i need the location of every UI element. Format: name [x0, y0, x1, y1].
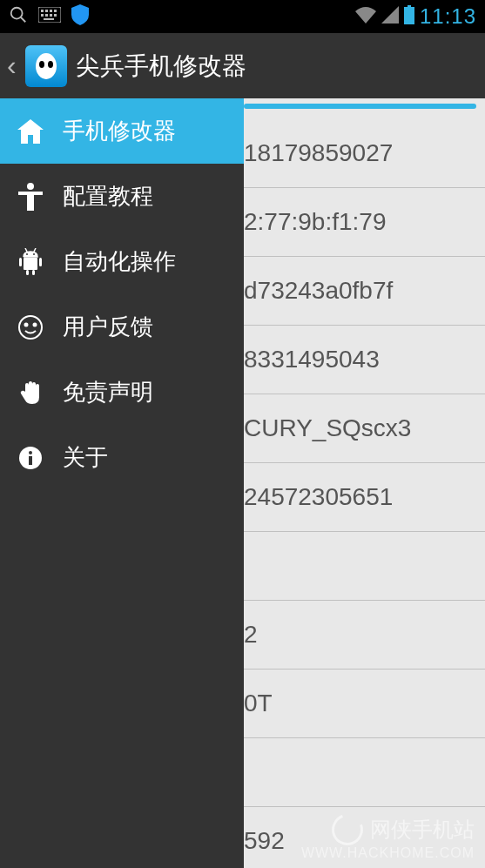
progress-bar [244, 104, 476, 109]
drawer-item-label: 用户反馈 [63, 312, 153, 342]
svg-rect-7 [41, 14, 44, 17]
svg-rect-21 [26, 270, 29, 275]
drawer-item-disclaimer[interactable]: 免责声明 [0, 360, 244, 425]
svg-point-23 [26, 253, 28, 255]
svg-point-16 [48, 61, 53, 68]
home-icon [16, 117, 45, 146]
drawer-item-label: 手机修改器 [63, 116, 176, 146]
status-right: 11:13 [355, 4, 476, 29]
svg-rect-30 [29, 456, 32, 465]
svg-rect-11 [44, 18, 54, 20]
drawer-item-label: 关于 [63, 442, 108, 473]
svg-rect-20 [39, 258, 42, 266]
status-bar: 11:13 [0, 0, 485, 33]
svg-rect-22 [32, 270, 35, 275]
svg-rect-6 [54, 10, 57, 12]
drawer-item-automation[interactable]: 自动化操作 [0, 229, 244, 294]
app-title: 尖兵手机修改器 [76, 50, 246, 83]
drawer-item-label: 自动化操作 [63, 246, 176, 277]
drawer-item-feedback[interactable]: 用户反馈 [0, 294, 244, 360]
svg-rect-5 [50, 10, 52, 12]
accessibility-icon [16, 182, 45, 212]
drawer-item-label: 免责声明 [63, 377, 153, 407]
android-icon [16, 247, 45, 277]
signal-icon [381, 6, 399, 27]
battery-icon [404, 5, 414, 28]
face-icon [16, 313, 45, 342]
info-icon [16, 443, 45, 473]
wifi-icon [355, 6, 376, 27]
app-header: ‹ 尖兵手机修改器 [0, 33, 485, 98]
svg-rect-10 [54, 14, 57, 17]
svg-point-0 [11, 8, 23, 19]
svg-point-17 [27, 183, 34, 190]
svg-point-14 [36, 53, 57, 79]
svg-point-25 [19, 316, 42, 339]
svg-rect-3 [41, 10, 44, 12]
hand-icon [16, 378, 45, 407]
svg-point-27 [34, 323, 37, 326]
svg-rect-13 [404, 7, 414, 24]
svg-rect-8 [45, 14, 48, 17]
svg-point-26 [25, 323, 28, 326]
svg-rect-4 [45, 10, 48, 12]
keyboard-icon [38, 7, 61, 26]
svg-point-24 [33, 253, 35, 255]
shield-icon [71, 4, 89, 29]
nav-drawer: 手机修改器 配置教程 自动化操作 用户反馈 免责声明 关于 [0, 98, 244, 868]
app-icon[interactable] [25, 45, 67, 87]
svg-rect-12 [408, 5, 411, 7]
svg-rect-18 [24, 258, 37, 270]
svg-point-15 [39, 61, 44, 68]
svg-rect-9 [50, 14, 52, 17]
drawer-item-about[interactable]: 关于 [0, 425, 244, 490]
status-left [9, 4, 89, 29]
back-chevron-icon[interactable]: ‹ [7, 50, 17, 82]
drawer-item-label: 配置教程 [63, 181, 153, 212]
svg-rect-19 [19, 258, 22, 266]
svg-line-1 [21, 17, 26, 23]
drawer-item-tutorial[interactable]: 配置教程 [0, 164, 244, 229]
drawer-item-modifier[interactable]: 手机修改器 [0, 98, 244, 164]
svg-point-29 [29, 451, 32, 454]
search-icon [9, 5, 28, 28]
status-time: 11:13 [420, 4, 476, 29]
